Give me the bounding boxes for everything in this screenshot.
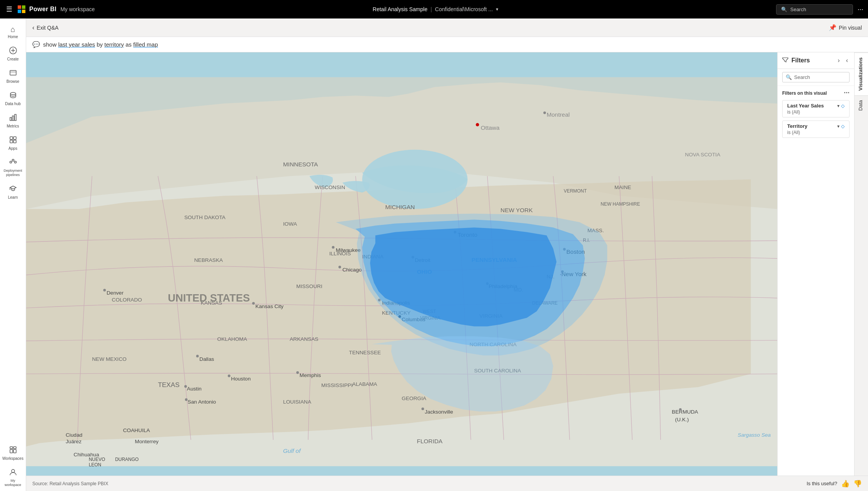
thumbdown-button[interactable]: 👎 [853, 479, 862, 488]
tab-visualizations[interactable]: Visualizations [855, 52, 868, 95]
thumbup-button[interactable]: 👍 [841, 479, 850, 488]
learn-icon [9, 185, 17, 194]
svg-text:Sargasso Sea: Sargasso Sea [738, 432, 771, 438]
filter-item-header-territory[interactable]: Territory ▾ ◇ [787, 123, 845, 129]
pin-visual-label: Pin visual [839, 25, 862, 31]
svg-text:OKLAHOMA: OKLAHOMA [217, 336, 247, 342]
filters-on-visual-label: Filters on this visual [782, 90, 827, 96]
svg-rect-3 [10, 70, 16, 75]
svg-text:NEW MEXICO: NEW MEXICO [92, 356, 127, 362]
search-icon: 🔍 [781, 7, 787, 12]
hamburger-menu-icon[interactable]: ☰ [5, 3, 14, 15]
svg-text:TENNESSEE: TENNESSEE [349, 350, 381, 355]
svg-text:Memphis: Memphis [300, 372, 321, 378]
sidebar-label-apps: Apps [8, 146, 17, 151]
filter-name-territory: Territory [787, 123, 808, 129]
search-placeholder: Search [790, 7, 806, 12]
filter-clear-territory[interactable]: ◇ [841, 124, 845, 129]
pin-visual-button[interactable]: 📌 Pin visual [829, 24, 862, 31]
svg-rect-7 [12, 116, 14, 121]
svg-rect-8 [15, 114, 16, 121]
svg-text:LEON: LEON [89, 462, 102, 468]
svg-rect-20 [10, 449, 13, 453]
search-box[interactable]: 🔍 Search [776, 4, 853, 15]
svg-text:(U.K.): (U.K.) [675, 417, 689, 422]
svg-point-13 [10, 161, 12, 163]
nav-center: Retail Analysis Sample | Confidential\Mi… [98, 6, 773, 12]
svg-text:MAINE: MAINE [614, 184, 631, 190]
sidebar-item-learn[interactable]: Learn [0, 181, 26, 203]
chevron-down-icon[interactable]: ▾ [496, 7, 498, 12]
workspaces-icon [9, 446, 17, 455]
svg-point-84 [228, 375, 230, 377]
map-area[interactable]: MINNESOTA SOUTH DAKOTA NEBRASKA KANSAS C… [26, 52, 777, 491]
exit-qa-button[interactable]: ‹ Exit Q&A [32, 24, 58, 31]
svg-text:COAHUILA: COAHUILA [123, 427, 150, 433]
filters-search-input[interactable]: 🔍 Search [782, 72, 850, 82]
svg-text:Juárez: Juárez [66, 439, 82, 444]
svg-text:VERMONT: VERMONT [564, 188, 587, 194]
collapse-panel-button[interactable]: › [836, 56, 841, 65]
tab-data[interactable]: Data [855, 95, 868, 115]
sidebar-item-myworkspace[interactable]: Myworkspace [0, 464, 26, 491]
map-container: MINNESOTA SOUTH DAKOTA NEBRASKA KANSAS C… [26, 52, 777, 491]
sub-header: ‹ Exit Q&A 📌 Pin visual [26, 18, 868, 37]
sidebar-label-create: Create [7, 57, 18, 61]
svg-point-78 [103, 289, 106, 292]
sidebar-item-apps[interactable]: Apps [0, 132, 26, 154]
sidebar-item-browse[interactable]: Browse [0, 65, 26, 87]
svg-text:Dallas: Dallas [199, 356, 214, 362]
svg-point-88 [296, 371, 299, 374]
nav-left: ☰ Power BI My workspace [5, 3, 95, 15]
sidebar-label-home: Home [8, 35, 18, 39]
sidebar-item-metrics[interactable]: Metrics [0, 110, 26, 132]
filters-search-area: 🔍 Search [778, 69, 854, 86]
filter-item-territory: Territory ▾ ◇ is (All) [782, 121, 850, 138]
browse-icon [9, 69, 17, 78]
svg-text:Chicago: Chicago [342, 267, 362, 273]
svg-text:Milwaukee: Milwaukee [336, 247, 361, 253]
svg-point-64 [476, 123, 479, 126]
create-icon [9, 47, 17, 55]
sidebar-item-datahub[interactable]: Data hub [0, 87, 26, 110]
expand-panel-button[interactable]: ‹ [845, 56, 850, 65]
deployment-icon [9, 158, 17, 167]
svg-text:ARKANSAS: ARKANSAS [290, 336, 319, 342]
svg-text:Ottawa: Ottawa [481, 124, 499, 131]
sidebar-item-workspaces[interactable]: Workspaces [0, 442, 26, 464]
top-navigation: ☰ Power BI My workspace Retail Analysis … [0, 0, 868, 18]
svg-text:Monterrey: Monterrey [135, 439, 159, 444]
filters-panel-header: Filters › ‹ [778, 52, 854, 69]
svg-point-66 [543, 111, 546, 114]
filter-value-territory: is (All) [787, 130, 845, 135]
panel-actions: › ‹ [836, 56, 850, 65]
workspace-label[interactable]: My workspace [60, 6, 95, 12]
filter-chevron-territory[interactable]: ▾ [837, 124, 840, 129]
svg-text:MICHIGAN: MICHIGAN [385, 204, 415, 210]
sidebar-item-home[interactable]: ⌂ Home [0, 22, 26, 43]
svg-rect-18 [10, 447, 13, 449]
filter-clear-lys[interactable]: ◇ [841, 103, 845, 109]
qa-bar[interactable]: 💬 show last year sales by territory as f… [26, 37, 868, 52]
svg-text:IOWA: IOWA [283, 221, 297, 227]
svg-text:Montreal: Montreal [547, 111, 570, 118]
svg-point-72 [339, 266, 341, 268]
svg-point-5 [10, 92, 16, 95]
search-placeholder-text: Search [794, 74, 810, 80]
filters-more-options[interactable]: ··· [844, 89, 850, 97]
filters-section-header: Filters on this visual ··· [778, 86, 854, 99]
filter-value-lys: is (All) [787, 109, 845, 115]
svg-text:GEORGIA: GEORGIA [402, 395, 427, 401]
svg-rect-12 [13, 140, 16, 143]
filter-chevron-lys[interactable]: ▾ [837, 103, 840, 109]
more-options-icon[interactable]: ··· [858, 5, 863, 13]
svg-text:Kansas City: Kansas City [255, 303, 284, 309]
svg-text:WISCONSIN: WISCONSIN [315, 184, 345, 190]
data-tab-label: Data [858, 100, 863, 111]
filter-item-header-lys[interactable]: Last Year Sales ▾ ◇ [787, 103, 845, 109]
svg-text:Houston: Houston [231, 376, 251, 382]
svg-point-105 [679, 408, 682, 411]
sidebar-item-deployment[interactable]: Deploymentpipelines [0, 154, 26, 181]
svg-text:NEBRASKA: NEBRASKA [194, 257, 223, 263]
sidebar-item-create[interactable]: Create [0, 43, 26, 65]
